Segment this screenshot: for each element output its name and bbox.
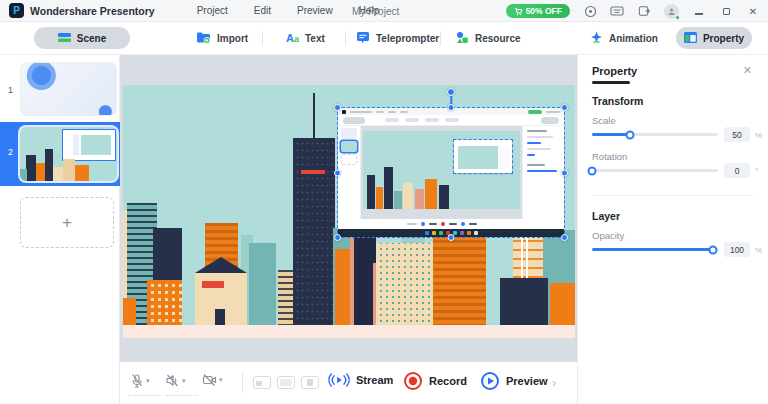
scene-icon: [58, 32, 71, 45]
maximize-button[interactable]: [719, 6, 733, 17]
text-button[interactable]: Aa Text: [286, 27, 325, 49]
scale-label: Scale: [592, 115, 616, 126]
app-logo-icon: P: [9, 3, 24, 18]
layout-option-3-button[interactable]: [301, 376, 319, 389]
preview-play-icon: [480, 371, 500, 391]
sign: [301, 170, 325, 174]
teleprompter-button[interactable]: Teleprompter: [356, 27, 439, 49]
record-label: Record: [429, 375, 467, 387]
scale-slider-thumb[interactable]: [625, 130, 634, 139]
opacity-label: Opacity: [592, 230, 624, 241]
export-icon[interactable]: [637, 4, 651, 18]
rotate-handle[interactable]: [447, 88, 455, 96]
user-icon: [667, 7, 676, 16]
promo-badge-label: 50% OFF: [526, 6, 562, 16]
roof: [195, 257, 247, 273]
resize-handle-s[interactable]: [448, 234, 455, 241]
resize-handle-n[interactable]: [448, 104, 455, 111]
property-panel: Property ✕ Transform Scale 50 % Rotation…: [577, 55, 768, 404]
preview-button[interactable]: Preview: [480, 371, 548, 391]
bottom-bar-divider: [242, 372, 243, 393]
building: [433, 233, 486, 325]
toolbar-divider: [345, 31, 346, 46]
chevron-down-icon: ▾: [219, 376, 223, 384]
property-button[interactable]: Property: [676, 27, 752, 49]
speaker-dropdown[interactable]: ▾: [165, 373, 186, 388]
toolbar-divider: [440, 31, 441, 46]
resize-handle-ne[interactable]: [561, 104, 568, 111]
circle-dot-icon[interactable]: [583, 4, 597, 18]
resource-button[interactable]: Resource: [455, 27, 521, 49]
building: [376, 243, 440, 325]
animation-button[interactable]: Animation: [590, 27, 658, 49]
close-button[interactable]: ✕: [746, 6, 760, 17]
dotted-underline: [128, 395, 162, 396]
teleprompter-label: Teleprompter: [376, 33, 439, 44]
editor-canvas[interactable]: [120, 55, 577, 362]
slide-2-selected[interactable]: 2: [0, 122, 120, 186]
panel-close-icon[interactable]: ✕: [743, 64, 752, 77]
resize-handle-e[interactable]: [561, 169, 568, 176]
minimize-button[interactable]: [692, 6, 706, 17]
scene-button[interactable]: Scene: [34, 27, 130, 49]
building: [500, 278, 548, 325]
menu-project[interactable]: Project: [197, 5, 228, 16]
dotted-underline: [166, 395, 198, 396]
resize-handle-nw[interactable]: [334, 104, 341, 111]
property-icon: [684, 32, 697, 45]
sign: [202, 281, 224, 288]
camera-dropdown[interactable]: ▾: [202, 373, 223, 387]
rotation-slider[interactable]: [592, 169, 718, 172]
scale-unit: %: [755, 131, 762, 140]
resize-handle-w[interactable]: [334, 169, 341, 176]
scale-slider[interactable]: [592, 133, 718, 136]
slide-1-thumbnail[interactable]: [20, 62, 117, 116]
slide-sidebar: 1 2 +: [0, 55, 120, 404]
menu-preview[interactable]: Preview: [297, 5, 333, 16]
plus-icon: +: [62, 213, 72, 233]
microphone-dropdown[interactable]: ▾: [130, 373, 150, 389]
slide-2-thumbnail[interactable]: [20, 127, 117, 181]
mini-promo-badge: [528, 110, 542, 114]
rotation-slider-thumb[interactable]: [588, 166, 597, 175]
layout-option-2-button[interactable]: [277, 376, 295, 389]
menu-edit[interactable]: Edit: [254, 5, 271, 16]
transform-heading: Transform: [592, 95, 643, 107]
selected-screenshot-element[interactable]: [338, 108, 564, 237]
resource-label: Resource: [475, 33, 521, 44]
more-controls-chevron[interactable]: ›: [552, 375, 556, 390]
building: [147, 280, 182, 325]
opacity-value-field[interactable]: 100: [724, 242, 750, 257]
keyboard-icon[interactable]: [610, 4, 624, 18]
opacity-slider-thumb[interactable]: [708, 245, 717, 254]
opacity-slider[interactable]: [592, 248, 718, 251]
record-button[interactable]: Record: [403, 371, 467, 391]
stream-button[interactable]: Stream: [328, 371, 393, 389]
chevron-down-icon: ▾: [182, 377, 186, 385]
screenshot-content: [338, 108, 564, 229]
antenna: [313, 93, 315, 138]
slide-1-number: 1: [8, 85, 13, 95]
rotation-unit: °: [755, 167, 758, 176]
building: [550, 283, 575, 325]
rotation-value-field[interactable]: 0: [724, 163, 750, 178]
ribbon-toolbar: Scene Import Aa Text Teleprompter Resour…: [0, 22, 768, 55]
text-icon: Aa: [286, 32, 299, 44]
mic-off-icon: [130, 373, 144, 389]
opacity-unit: %: [755, 246, 762, 255]
resize-handle-se[interactable]: [561, 234, 568, 241]
promo-badge[interactable]: 50% OFF: [506, 4, 570, 18]
add-slide-button[interactable]: +: [20, 197, 114, 248]
import-button[interactable]: Import: [196, 27, 248, 49]
stream-label: Stream: [356, 374, 393, 386]
resize-handle-sw[interactable]: [334, 234, 341, 241]
teleprompter-icon: [356, 31, 370, 46]
account-avatar[interactable]: [664, 4, 679, 19]
titlebar: P Wondershare Presentory Project Edit Pr…: [0, 0, 768, 22]
layout-option-1-button[interactable]: [253, 376, 271, 389]
scale-value-field[interactable]: 50: [724, 127, 750, 142]
section-divider: [592, 195, 754, 196]
record-icon: [403, 371, 423, 391]
slide-2-number: 2: [8, 147, 13, 157]
online-status-dot: [675, 15, 680, 20]
